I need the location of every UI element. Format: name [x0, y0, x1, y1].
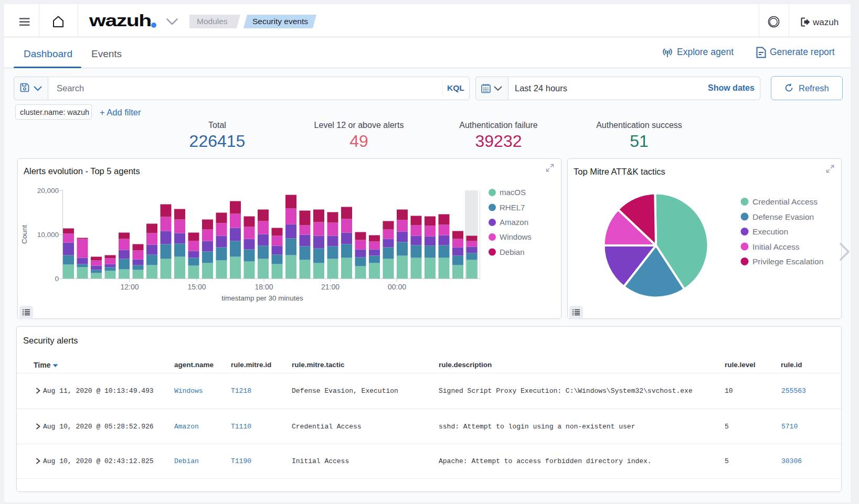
svg-text:timestamp per 30 minutes: timestamp per 30 minutes: [221, 294, 303, 302]
svg-text:Credential Access: Credential Access: [752, 197, 818, 206]
svg-text:18:00: 18:00: [254, 283, 273, 291]
svg-text:12:00: 12:00: [120, 283, 139, 291]
svg-text:Privilege Escalation: Privilege Escalation: [752, 257, 823, 266]
svg-text:15:00: 15:00: [187, 283, 206, 291]
svg-text:Count: Count: [20, 225, 28, 244]
svg-text:10,000: 10,000: [37, 231, 59, 239]
svg-text:Initial Access: Initial Access: [752, 242, 800, 251]
svg-text:Defense Evasion: Defense Evasion: [752, 212, 814, 221]
svg-text:macOS: macOS: [500, 188, 526, 197]
svg-text:00:00: 00:00: [388, 283, 406, 291]
svg-text:0: 0: [55, 275, 59, 283]
svg-text:21:00: 21:00: [321, 283, 340, 291]
svg-text:20,000: 20,000: [37, 187, 59, 195]
svg-text:Windows: Windows: [500, 232, 532, 241]
svg-text:Debian: Debian: [500, 248, 525, 256]
svg-text:Execution: Execution: [752, 227, 788, 236]
svg-text:Amazon: Amazon: [500, 218, 528, 227]
svg-text:RHEL7: RHEL7: [500, 203, 525, 212]
